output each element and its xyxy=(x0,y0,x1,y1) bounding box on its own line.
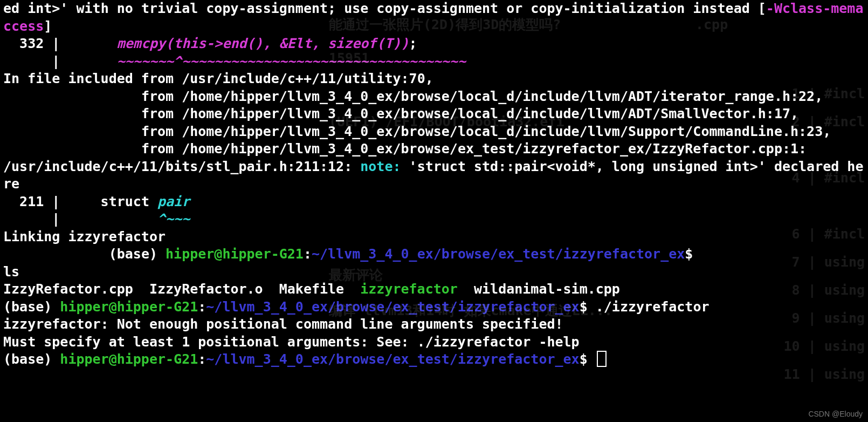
prompt1-base: (base) xyxy=(109,246,166,262)
inc-pad5: from xyxy=(3,141,182,156)
note-type: struct std::pair<void*, long unsigned in… xyxy=(417,159,758,174)
run-cmd: ./izzyrefactor xyxy=(588,299,709,315)
inc-l2c: , xyxy=(815,89,823,104)
prompt2-path: ~/llvm_3_4_0_ex/browse/ex_test/izzyrefac… xyxy=(206,299,579,315)
inc-pad4: from xyxy=(3,124,182,139)
prompt3-base: (base) xyxy=(3,351,60,367)
inc-l4b: /home/hipper/llvm_3_4_0_ex/browse/local_… xyxy=(182,124,823,139)
prompt3-path: ~/llvm_3_4_0_ex/browse/ex_test/izzyrefac… xyxy=(206,351,579,367)
prompt2-colon: : xyxy=(198,299,206,315)
inc-l4c: , xyxy=(823,124,831,139)
prompt3-userhost: hipper@hipper-G21 xyxy=(60,351,198,367)
ls-f2: wildanimal-sim.cpp xyxy=(458,281,620,297)
inc-l1b: /usr/include/c++/11/utility:70 xyxy=(182,71,425,86)
prompt1-userhost: hipper@hipper-G21 xyxy=(166,246,304,262)
ls-f1: IzzyRefactor.cpp IzzyRefactor.o Makefile xyxy=(3,281,360,297)
inc-l3b: /home/hipper/llvm_3_4_0_ex/browse/local_… xyxy=(182,106,790,121)
prompt1-colon: : xyxy=(304,246,312,262)
inc-pad3: from xyxy=(3,106,182,121)
note-loc: /usr/include/c++/11/bits/stl_pair.h:211:… xyxy=(3,159,360,174)
err2: Must specify at least 1 positional argum… xyxy=(3,334,580,350)
prompt3-colon: : xyxy=(198,351,206,367)
terminal-output[interactable]: ed int>' with no trivial copy-assignment… xyxy=(0,0,868,369)
inc-l5c: : xyxy=(798,141,807,156)
note-caret-pad: | xyxy=(3,211,157,227)
warn-caret-pad: | xyxy=(3,53,117,69)
ls-cmd: ls xyxy=(3,264,19,280)
watermark: CSDN @Eloudy xyxy=(808,409,863,419)
linking: Linking izzyrefactor xyxy=(3,229,166,244)
warn-caret: ~~~~~~~^~~~~~~~~~~~~~~~~~~~~~~~~~~~~~~~~… xyxy=(117,53,466,69)
note-msg1: ' xyxy=(401,159,417,174)
warn-lineno: 332 | xyxy=(3,36,117,51)
inc-l1a: In file included from xyxy=(3,71,182,86)
err1: izzyrefactor: Not enough positional comm… xyxy=(3,316,563,332)
prompt1-dollar: $ xyxy=(685,246,693,262)
note-lineno: 211 | struct xyxy=(3,194,157,209)
prompt1-path: ~/llvm_3_4_0_ex/browse/ex_test/izzyrefac… xyxy=(312,246,685,262)
note-tag: note: xyxy=(360,159,401,174)
note-code: pair xyxy=(157,194,190,209)
inc-pad2: from xyxy=(3,89,182,104)
prompt2-userhost: hipper@hipper-G21 xyxy=(60,299,198,315)
prompt1-gap xyxy=(3,246,109,262)
ghost-using11: 11 | using xyxy=(783,366,865,384)
warn-semi: ; xyxy=(409,36,417,51)
ls-exe: izzyrefactor xyxy=(360,281,458,297)
cursor[interactable] xyxy=(597,351,607,367)
prompt3-dollar: $ xyxy=(580,351,588,367)
inc-l2b: /home/hipper/llvm_3_4_0_ex/browse/local_… xyxy=(182,89,815,104)
warn-code: memcpy(this->end(), &Elt, sizeof(T)) xyxy=(117,36,409,51)
note-caret: ^~~~ xyxy=(157,211,190,227)
inc-l3c: , xyxy=(790,106,798,121)
warn-msg: with no trivial copy-assignment; use cop… xyxy=(68,1,766,16)
warn-head: ed int>' xyxy=(3,1,68,16)
inc-l1c: , xyxy=(425,71,433,86)
prompt2-dollar: $ xyxy=(580,299,588,315)
prompt2-base: (base) xyxy=(3,299,60,315)
warn-close: ] xyxy=(44,18,52,34)
inc-l5b: /home/hipper/llvm_3_4_0_ex/browse/ex_tes… xyxy=(182,141,798,156)
